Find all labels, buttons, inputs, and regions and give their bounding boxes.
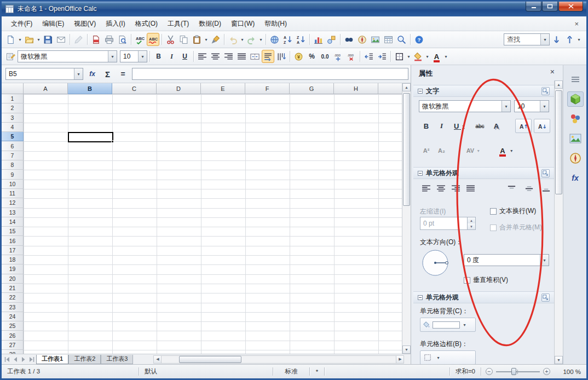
page-preview-button[interactable]: [116, 33, 129, 46]
gallery-button[interactable]: [369, 33, 382, 46]
spinner-buttons[interactable]: ▲▼: [467, 217, 475, 229]
title-bar[interactable]: 未命名 1 - OpenOffice Calc: [2, 2, 586, 16]
sidebar-font-color-dropdown[interactable]: ▾: [509, 148, 514, 153]
redo-button[interactable]: [245, 33, 258, 46]
row-header-27[interactable]: 27: [2, 341, 24, 350]
previous-sheet-button[interactable]: [11, 355, 19, 364]
spin-down-arrow[interactable]: ▼: [468, 223, 475, 229]
increase-font-button[interactable]: A: [515, 119, 532, 133]
collapse-icon[interactable]: [418, 89, 423, 94]
row-header-19[interactable]: 19: [2, 264, 24, 274]
font-size-combo[interactable]: 10 ▾: [120, 50, 147, 62]
email-button[interactable]: [55, 33, 67, 46]
name-box-dropdown[interactable]: ▾: [74, 68, 83, 79]
row-header-25[interactable]: 25: [2, 321, 24, 331]
sidebar-scroll-thumb[interactable]: [555, 90, 562, 194]
status-insert-mode[interactable]: 标准: [273, 367, 309, 376]
row-header-17[interactable]: 17: [2, 246, 24, 255]
cell-border-button[interactable]: ▾: [420, 350, 476, 364]
sidebar-settings-icon[interactable]: [567, 72, 584, 87]
zoom-slider[interactable]: [496, 368, 540, 375]
column-header-D[interactable]: D: [157, 83, 201, 94]
align-bottom-button[interactable]: [538, 181, 554, 195]
help-button[interactable]: ?: [413, 33, 425, 46]
undo-button[interactable]: [227, 33, 239, 46]
row-header-12[interactable]: 12: [2, 198, 24, 208]
row-header-5[interactable]: 5: [2, 132, 24, 141]
sidebar-italic-button[interactable]: I: [434, 119, 449, 133]
align-top-button[interactable]: [503, 181, 520, 195]
section-header-text[interactable]: 文字: [413, 85, 554, 97]
percent-format-button[interactable]: %: [305, 50, 318, 63]
underline-dropdown[interactable]: ▾: [461, 124, 466, 129]
column-header-G[interactable]: G: [290, 83, 334, 94]
font-color-button[interactable]: A: [430, 50, 443, 63]
open-dropdown-arrow[interactable]: ▾: [36, 37, 41, 42]
sidebar-font-size-dropdown[interactable]: ▾: [540, 101, 549, 112]
document-close-button[interactable]: ×: [571, 20, 582, 28]
horizontal-scrollbar[interactable]: ◀ ▶: [153, 355, 404, 364]
menu-help[interactable]: 帮助(H): [260, 18, 292, 30]
row-header-20[interactable]: 20: [2, 274, 24, 284]
row-header-28[interactable]: 28: [2, 350, 24, 354]
section-header-alignment[interactable]: 单元格外观: [413, 167, 554, 179]
zoom-button[interactable]: [395, 33, 408, 46]
zoom-level[interactable]: 100 %: [555, 369, 586, 375]
new-document-button[interactable]: [4, 33, 17, 46]
checkbox[interactable]: [490, 224, 497, 231]
background-swatch-dropdown[interactable]: ▾: [462, 323, 467, 327]
sheet-tab-工作表3[interactable]: 工作表3: [101, 355, 133, 364]
decrease-font-button[interactable]: A: [534, 119, 550, 133]
maximize-button[interactable]: [542, 2, 558, 11]
select-all-corner[interactable]: [2, 83, 24, 94]
row-header-7[interactable]: 7: [2, 151, 24, 160]
scroll-up-arrow[interactable]: ▲: [402, 83, 411, 91]
close-button[interactable]: [558, 2, 583, 11]
navigator-button[interactable]: [356, 33, 368, 46]
checkbox[interactable]: [490, 208, 497, 215]
delete-decimal-button[interactable]: .000: [345, 50, 358, 63]
cut-button[interactable]: [164, 33, 177, 46]
standard-format-button[interactable]: 0.0: [319, 50, 331, 63]
new-dropdown-arrow[interactable]: ▾: [18, 37, 22, 42]
next-sheet-button[interactable]: [20, 355, 27, 364]
column-header-E[interactable]: E: [201, 83, 245, 94]
align-justify-button[interactable]: [235, 50, 248, 63]
column-header-H[interactable]: H: [334, 83, 378, 94]
row-header-24[interactable]: 24: [2, 312, 24, 321]
more-options-button[interactable]: [541, 87, 550, 95]
background-color-button[interactable]: [412, 50, 424, 63]
shadow-button[interactable]: A: [489, 119, 504, 133]
borders-button[interactable]: [393, 50, 406, 63]
sidebar-bold-button[interactable]: B: [419, 119, 434, 133]
menu-data[interactable]: 数据(D): [194, 18, 226, 30]
paste-dropdown-arrow[interactable]: ▾: [204, 37, 209, 42]
zoom-in-button[interactable]: +: [543, 368, 550, 375]
increase-indent-button[interactable]: [376, 50, 388, 63]
sidebar-font-color-button[interactable]: A ▾: [495, 143, 518, 158]
cell-background-color-button[interactable]: ▾: [420, 318, 476, 332]
save-button[interactable]: [42, 33, 54, 46]
zoom-slider-thumb[interactable]: [511, 368, 516, 375]
column-header-C[interactable]: C: [112, 83, 157, 94]
insert-chart-button[interactable]: [312, 33, 325, 46]
find-replace-button[interactable]: [343, 33, 355, 46]
more-options-button[interactable]: [541, 169, 550, 177]
find-previous-button[interactable]: [563, 33, 576, 46]
find-input[interactable]: [507, 36, 538, 43]
row-header-8[interactable]: 8: [2, 160, 24, 170]
vertical-scrollbar[interactable]: ▲ ▼: [402, 83, 411, 354]
row-header-1[interactable]: 1: [2, 94, 24, 103]
row-header-2[interactable]: 2: [2, 103, 24, 113]
deck-navigator-icon[interactable]: [567, 151, 584, 166]
print-button[interactable]: [103, 33, 116, 46]
checkbox[interactable]: [464, 277, 470, 284]
italic-button[interactable]: I: [165, 50, 178, 63]
character-spacing-button[interactable]: AV ▾: [463, 143, 485, 158]
borders-dropdown[interactable]: ▾: [406, 54, 411, 59]
first-sheet-button[interactable]: [3, 355, 11, 364]
align-vcenter-button[interactable]: [521, 181, 537, 195]
menu-insert[interactable]: 插入(I): [101, 18, 130, 30]
row-header-18[interactable]: 18: [2, 255, 24, 264]
align-right-button[interactable]: [222, 50, 235, 63]
